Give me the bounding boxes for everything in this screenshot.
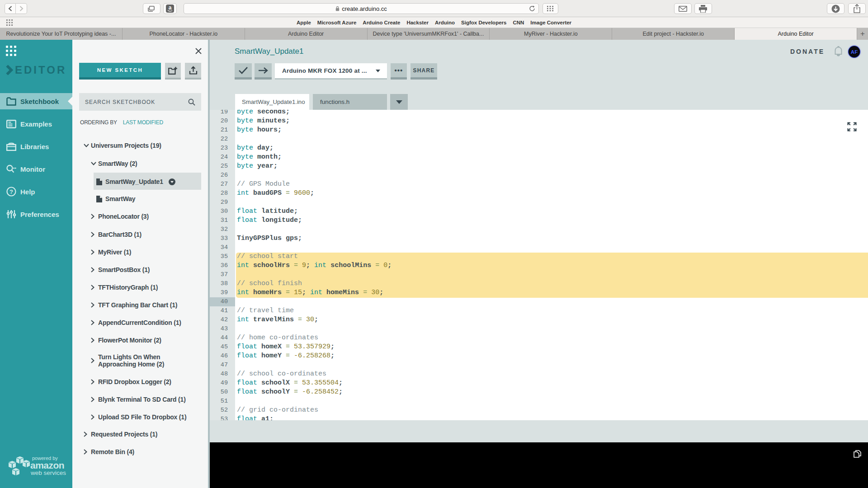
svg-text:amazon: amazon <box>30 460 64 470</box>
svg-text:?: ? <box>9 188 13 195</box>
svg-text:web services: web services <box>30 469 66 476</box>
